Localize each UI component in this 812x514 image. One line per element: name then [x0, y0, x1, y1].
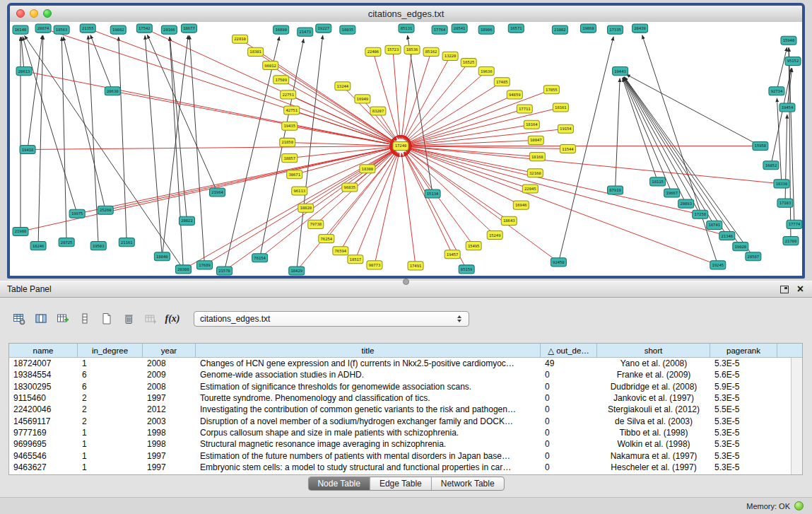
svg-text:17258: 17258 — [694, 212, 706, 216]
close-panel-icon[interactable]: × — [797, 284, 804, 294]
svg-text:85131: 85131 — [401, 26, 413, 30]
column-header-title[interactable]: title — [196, 344, 541, 358]
svg-text:16525: 16525 — [463, 60, 475, 64]
svg-text:20439: 20439 — [634, 26, 646, 30]
cell-name: 19384554 — [9, 370, 78, 380]
tab-network-table[interactable]: Network Table — [431, 477, 504, 490]
svg-text:11544: 11544 — [562, 147, 574, 151]
table-settings-button[interactable] — [10, 310, 28, 328]
svg-text:19636: 19636 — [481, 69, 493, 74]
svg-text:18840: 18840 — [156, 255, 168, 259]
float-panel-icon-inner — [784, 287, 787, 289]
column-header-pagerank[interactable]: pagerank — [710, 344, 777, 358]
network-window-titlebar[interactable]: citations_edges.txt — [10, 6, 802, 23]
table-row[interactable]: 1872400712008Changes of HCN gene express… — [9, 358, 792, 369]
table-row[interactable]: 1456911722003Disruption of a novel membe… — [9, 415, 792, 426]
table-toolbar: f(x) citations_edges.txt — [10, 308, 469, 330]
table-row[interactable]: 977716911998Corpus callosum shape and si… — [9, 427, 792, 438]
network-table-selector[interactable]: citations_edges.txt — [194, 311, 469, 327]
float-panel-icon[interactable] — [780, 286, 789, 293]
row-height-button[interactable] — [76, 310, 94, 328]
table-row[interactable]: 1830029562008Estimation of significance … — [9, 381, 792, 392]
svg-text:17774: 17774 — [789, 222, 801, 226]
cell-in_degree: 1 — [78, 451, 143, 461]
delete-table-button[interactable] — [119, 310, 138, 328]
svg-text:92450: 92450 — [553, 260, 565, 264]
svg-text:79738: 79738 — [310, 222, 322, 226]
svg-text:19457: 19457 — [447, 252, 459, 257]
function-builder-button[interactable]: f(x) — [163, 310, 182, 328]
svg-text:20893: 20893 — [680, 201, 692, 206]
svg-text:20587: 20587 — [748, 255, 760, 259]
svg-text:20541: 20541 — [454, 26, 466, 30]
svg-text:19503: 19503 — [93, 244, 105, 248]
svg-text:13220: 13220 — [445, 54, 457, 58]
svg-text:19245: 19245 — [712, 263, 724, 267]
svg-text:19020: 19020 — [735, 245, 747, 249]
svg-text:18517: 18517 — [350, 257, 362, 262]
cell-short: Dudbridge et al. (2008) — [597, 382, 710, 392]
cell-short: Franke et al. (2009) — [597, 370, 710, 380]
svg-text:94859: 94859 — [509, 93, 521, 97]
column-header-out_degree[interactable]: △ out_de… — [541, 344, 597, 358]
column-header-short[interactable]: short — [597, 344, 710, 358]
zoom-window-button[interactable] — [43, 9, 52, 18]
tab-node-table[interactable]: Node Table — [308, 477, 370, 490]
tab-edge-table[interactable]: Edge Table — [370, 477, 431, 490]
cell-year: 2012 — [143, 404, 196, 414]
window-controls — [16, 9, 52, 18]
svg-text:20308: 20308 — [177, 267, 189, 271]
cell-pagerank: 5.5E-5 — [710, 404, 777, 414]
cell-pagerank: 5.9E-5 — [710, 382, 777, 392]
cell-short: Jankovic et al. (1997) — [597, 393, 710, 403]
memory-ok-indicator — [794, 501, 804, 510]
row-height-icon — [78, 313, 91, 325]
show-columns-button[interactable] — [32, 310, 50, 328]
table-row[interactable]: 946362711997Embryonic stem cells: a mode… — [9, 462, 792, 473]
cell-name: 22420046 — [9, 404, 78, 414]
minimize-window-button[interactable] — [30, 9, 38, 18]
svg-text:21964: 21964 — [211, 190, 223, 194]
svg-text:19227: 19227 — [318, 26, 330, 30]
svg-text:17711: 17711 — [519, 107, 531, 111]
citation-network-graph[interactable]: 1614820874185632135519082175422016618677… — [10, 22, 802, 276]
svg-text:20630: 20630 — [107, 89, 119, 93]
table-row[interactable]: 2242004622012Investigating the contribut… — [9, 404, 792, 415]
svg-text:17103: 17103 — [779, 201, 792, 205]
svg-text:19860: 19860 — [582, 26, 594, 30]
column-header-name[interactable]: name — [9, 344, 78, 358]
table-row[interactable]: 1938455462009Genome-wide association stu… — [9, 369, 792, 380]
cell-name: 9465546 — [9, 451, 78, 461]
cell-year: 1997 — [143, 393, 196, 403]
svg-text:19975: 19975 — [71, 211, 83, 216]
table-row[interactable]: 911546021997Tourette syndrome. Phenomeno… — [9, 392, 792, 404]
svg-text:17689: 17689 — [199, 263, 211, 267]
column-header-year[interactable]: year — [143, 344, 196, 358]
new-table-button[interactable] — [98, 310, 116, 328]
svg-text:83207: 83207 — [372, 109, 384, 113]
network-window-title: citations_edges.txt — [368, 8, 445, 19]
svg-text:19454: 19454 — [782, 105, 794, 110]
table-row[interactable]: 946554611997Estimation of the future num… — [9, 450, 792, 461]
svg-text:18536: 18536 — [406, 47, 418, 52]
vertical-scrollbar[interactable] — [791, 358, 802, 474]
network-canvas[interactable]: 1614820874185632135519082175422016618677… — [10, 22, 802, 276]
new-table-icon — [100, 313, 113, 325]
svg-text:20874: 20874 — [37, 26, 49, 30]
close-window-button[interactable] — [16, 9, 25, 18]
svg-text:15249: 15249 — [489, 233, 501, 238]
svg-text:18164: 18164 — [526, 122, 538, 127]
cell-out_degree: 0 — [541, 451, 597, 461]
svg-text:19435: 19435 — [283, 124, 295, 128]
create-column-button[interactable] — [54, 310, 72, 328]
cell-out_degree: 0 — [541, 439, 597, 449]
cell-title: Corpus callosum shape and size in male p… — [196, 428, 541, 438]
cell-name: 9699695 — [9, 439, 78, 449]
svg-text:18563: 18563 — [56, 28, 68, 32]
splitter-handle[interactable] — [403, 279, 409, 285]
cell-short: Yano et al. (2008) — [597, 358, 710, 368]
table-row[interactable]: 969969511998Structural magnetic resonanc… — [9, 438, 792, 450]
svg-text:10047: 10047 — [530, 138, 542, 142]
column-header-in_degree[interactable]: in_degree — [78, 344, 143, 358]
import-table-button[interactable] — [141, 310, 160, 328]
